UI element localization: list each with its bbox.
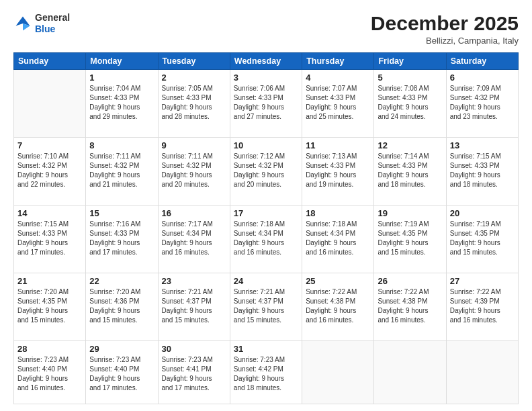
table-row: 25Sunrise: 7:22 AMSunset: 4:38 PMDayligh… xyxy=(302,273,374,340)
calendar-header-row: Sunday Monday Tuesday Wednesday Thursday… xyxy=(14,53,519,70)
day-info: Sunrise: 7:22 AMSunset: 4:38 PMDaylight:… xyxy=(378,287,442,325)
table-row: 22Sunrise: 7:20 AMSunset: 4:36 PMDayligh… xyxy=(86,273,158,340)
day-number: 1 xyxy=(89,73,154,83)
table-row: 11Sunrise: 7:13 AMSunset: 4:33 PMDayligh… xyxy=(302,137,374,205)
col-friday: Friday xyxy=(374,53,446,70)
day-info: Sunrise: 7:22 AMSunset: 4:39 PMDaylight:… xyxy=(450,287,515,325)
day-number: 7 xyxy=(17,140,82,150)
logo-general: General xyxy=(35,12,70,24)
day-info: Sunrise: 7:13 AMSunset: 4:33 PMDaylight:… xyxy=(306,152,370,189)
table-row: 14Sunrise: 7:15 AMSunset: 4:33 PMDayligh… xyxy=(14,205,86,273)
table-row: 19Sunrise: 7:19 AMSunset: 4:35 PMDayligh… xyxy=(374,205,446,273)
table-row: 10Sunrise: 7:12 AMSunset: 4:32 PMDayligh… xyxy=(230,137,302,205)
day-number: 19 xyxy=(378,208,442,218)
day-info: Sunrise: 7:21 AMSunset: 4:37 PMDaylight:… xyxy=(234,287,298,325)
day-info: Sunrise: 7:23 AMSunset: 4:41 PMDaylight:… xyxy=(162,355,226,393)
day-info: Sunrise: 7:05 AMSunset: 4:33 PMDaylight:… xyxy=(162,84,226,122)
logo-icon xyxy=(13,14,32,33)
day-number: 15 xyxy=(89,208,154,218)
day-info: Sunrise: 7:17 AMSunset: 4:34 PMDaylight:… xyxy=(162,220,226,257)
day-number: 4 xyxy=(306,73,370,83)
day-info: Sunrise: 7:22 AMSunset: 4:38 PMDaylight:… xyxy=(306,287,370,325)
col-monday: Monday xyxy=(86,53,158,70)
table-row: 4Sunrise: 7:07 AMSunset: 4:33 PMDaylight… xyxy=(302,70,374,138)
day-info: Sunrise: 7:23 AMSunset: 4:42 PMDaylight:… xyxy=(234,355,298,393)
day-info: Sunrise: 7:19 AMSunset: 4:35 PMDaylight:… xyxy=(450,220,515,257)
day-number: 16 xyxy=(162,208,226,218)
day-number: 12 xyxy=(378,140,442,150)
day-info: Sunrise: 7:18 AMSunset: 4:34 PMDaylight:… xyxy=(306,220,370,257)
logo: General Blue xyxy=(13,12,70,35)
logo-blue: Blue xyxy=(35,24,70,35)
table-row: 18Sunrise: 7:18 AMSunset: 4:34 PMDayligh… xyxy=(302,205,374,273)
table-row: 1Sunrise: 7:04 AMSunset: 4:33 PMDaylight… xyxy=(86,70,158,138)
table-row: 12Sunrise: 7:14 AMSunset: 4:33 PMDayligh… xyxy=(374,137,446,205)
day-number: 24 xyxy=(234,276,298,286)
month-title: December 2025 xyxy=(371,12,519,34)
calendar-table: Sunday Monday Tuesday Wednesday Thursday… xyxy=(13,52,519,404)
day-info: Sunrise: 7:23 AMSunset: 4:40 PMDaylight:… xyxy=(17,355,82,393)
day-number: 14 xyxy=(17,208,82,218)
table-row: 20Sunrise: 7:19 AMSunset: 4:35 PMDayligh… xyxy=(446,205,518,273)
table-row: 27Sunrise: 7:22 AMSunset: 4:39 PMDayligh… xyxy=(446,273,518,340)
day-info: Sunrise: 7:20 AMSunset: 4:36 PMDaylight:… xyxy=(89,287,154,325)
table-row xyxy=(374,340,446,404)
table-row: 13Sunrise: 7:15 AMSunset: 4:33 PMDayligh… xyxy=(446,137,518,205)
page: General Blue December 2025 Bellizzi, Cam… xyxy=(0,0,532,411)
header: General Blue December 2025 Bellizzi, Cam… xyxy=(13,12,519,46)
day-number: 6 xyxy=(450,73,515,83)
day-number: 2 xyxy=(162,73,226,83)
day-info: Sunrise: 7:19 AMSunset: 4:35 PMDaylight:… xyxy=(378,220,442,257)
day-number: 27 xyxy=(450,276,515,286)
table-row: 31Sunrise: 7:23 AMSunset: 4:42 PMDayligh… xyxy=(230,340,302,404)
day-info: Sunrise: 7:09 AMSunset: 4:32 PMDaylight:… xyxy=(450,84,515,122)
day-info: Sunrise: 7:11 AMSunset: 4:32 PMDaylight:… xyxy=(162,152,226,189)
day-number: 3 xyxy=(234,73,298,83)
day-info: Sunrise: 7:12 AMSunset: 4:32 PMDaylight:… xyxy=(234,152,298,189)
col-thursday: Thursday xyxy=(302,53,374,70)
day-info: Sunrise: 7:15 AMSunset: 4:33 PMDaylight:… xyxy=(17,220,82,257)
col-tuesday: Tuesday xyxy=(158,53,230,70)
day-number: 17 xyxy=(234,208,298,218)
day-info: Sunrise: 7:04 AMSunset: 4:33 PMDaylight:… xyxy=(89,84,154,122)
day-number: 25 xyxy=(306,276,370,286)
table-row: 8Sunrise: 7:11 AMSunset: 4:32 PMDaylight… xyxy=(86,137,158,205)
table-row: 3Sunrise: 7:06 AMSunset: 4:33 PMDaylight… xyxy=(230,70,302,138)
table-row xyxy=(446,340,518,404)
day-info: Sunrise: 7:18 AMSunset: 4:34 PMDaylight:… xyxy=(234,220,298,257)
day-info: Sunrise: 7:07 AMSunset: 4:33 PMDaylight:… xyxy=(306,84,370,122)
table-row: 21Sunrise: 7:20 AMSunset: 4:35 PMDayligh… xyxy=(14,273,86,340)
day-info: Sunrise: 7:06 AMSunset: 4:33 PMDaylight:… xyxy=(234,84,298,122)
table-row xyxy=(14,70,86,138)
day-number: 31 xyxy=(234,344,298,354)
day-info: Sunrise: 7:08 AMSunset: 4:33 PMDaylight:… xyxy=(378,84,442,122)
day-number: 21 xyxy=(17,276,82,286)
table-row xyxy=(302,340,374,404)
day-number: 5 xyxy=(378,73,442,83)
day-info: Sunrise: 7:10 AMSunset: 4:32 PMDaylight:… xyxy=(17,152,82,189)
table-row: 9Sunrise: 7:11 AMSunset: 4:32 PMDaylight… xyxy=(158,137,230,205)
table-row: 24Sunrise: 7:21 AMSunset: 4:37 PMDayligh… xyxy=(230,273,302,340)
day-number: 9 xyxy=(162,140,226,150)
title-block: December 2025 Bellizzi, Campania, Italy xyxy=(371,12,519,46)
table-row: 17Sunrise: 7:18 AMSunset: 4:34 PMDayligh… xyxy=(230,205,302,273)
col-wednesday: Wednesday xyxy=(230,53,302,70)
table-row: 29Sunrise: 7:23 AMSunset: 4:40 PMDayligh… xyxy=(86,340,158,404)
table-row: 7Sunrise: 7:10 AMSunset: 4:32 PMDaylight… xyxy=(14,137,86,205)
table-row: 15Sunrise: 7:16 AMSunset: 4:33 PMDayligh… xyxy=(86,205,158,273)
day-number: 26 xyxy=(378,276,442,286)
location: Bellizzi, Campania, Italy xyxy=(371,36,519,46)
day-info: Sunrise: 7:23 AMSunset: 4:40 PMDaylight:… xyxy=(89,355,154,393)
day-number: 22 xyxy=(89,276,154,286)
day-info: Sunrise: 7:15 AMSunset: 4:33 PMDaylight:… xyxy=(450,152,515,189)
day-number: 8 xyxy=(89,140,154,150)
col-sunday: Sunday xyxy=(14,53,86,70)
day-number: 30 xyxy=(162,344,226,354)
day-number: 18 xyxy=(306,208,370,218)
col-saturday: Saturday xyxy=(446,53,518,70)
table-row: 6Sunrise: 7:09 AMSunset: 4:32 PMDaylight… xyxy=(446,70,518,138)
day-info: Sunrise: 7:21 AMSunset: 4:37 PMDaylight:… xyxy=(162,287,226,325)
day-number: 11 xyxy=(306,140,370,150)
day-number: 23 xyxy=(162,276,226,286)
day-number: 13 xyxy=(450,140,515,150)
